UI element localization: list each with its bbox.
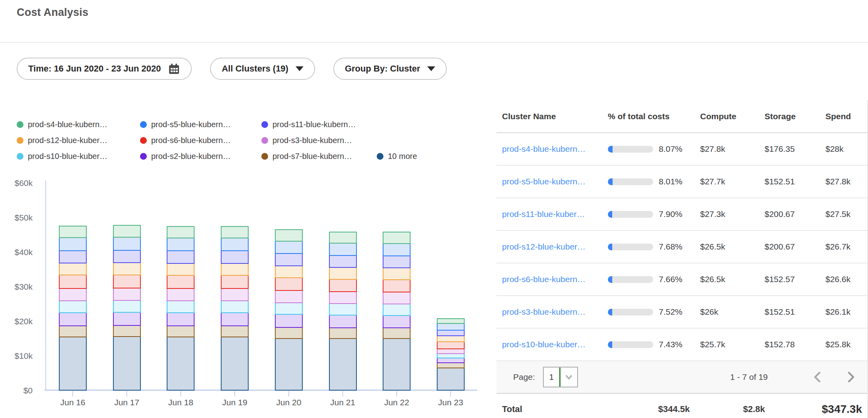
bar-segment[interactable] bbox=[275, 339, 302, 391]
cluster-link[interactable]: prod-s12-blue-kuber… bbox=[502, 242, 586, 251]
bar-segment[interactable] bbox=[329, 232, 356, 244]
bar-segment[interactable] bbox=[113, 275, 140, 288]
next-page-button[interactable] bbox=[845, 371, 857, 383]
bar-segment[interactable] bbox=[221, 275, 248, 288]
bar-segment[interactable] bbox=[275, 290, 302, 302]
bar-segment[interactable] bbox=[221, 288, 248, 300]
bar-segment[interactable] bbox=[59, 326, 86, 337]
bar-segment[interactable] bbox=[275, 303, 302, 315]
bar-segment[interactable] bbox=[383, 292, 410, 304]
bar-segment[interactable] bbox=[383, 256, 410, 268]
legend-item[interactable]: prod-s2-blue-kubern… bbox=[140, 152, 261, 161]
bar-segment[interactable] bbox=[437, 330, 464, 335]
bar-segment[interactable] bbox=[275, 278, 302, 290]
bar-segment[interactable] bbox=[167, 238, 194, 251]
bar-segment[interactable] bbox=[383, 328, 410, 339]
bar-segment[interactable] bbox=[167, 275, 194, 288]
cluster-link[interactable]: prod-s4-blue-kubern… bbox=[502, 144, 586, 153]
bar-segment[interactable] bbox=[167, 288, 194, 300]
bar-segment[interactable] bbox=[329, 339, 356, 391]
bar-segment[interactable] bbox=[113, 312, 140, 325]
cluster-link[interactable]: prod-s6-blue-kubern… bbox=[502, 275, 586, 284]
bar-segment[interactable] bbox=[437, 358, 464, 363]
bar-segment[interactable] bbox=[329, 315, 356, 327]
bar-segment[interactable] bbox=[113, 325, 140, 337]
bar-segment[interactable] bbox=[221, 301, 248, 313]
bar-segment[interactable] bbox=[275, 314, 302, 327]
legend-item[interactable]: prod-s10-blue-kuber… bbox=[17, 152, 140, 161]
bar-segment[interactable] bbox=[275, 327, 302, 339]
bar-segment[interactable] bbox=[167, 326, 194, 337]
bar-segment[interactable] bbox=[329, 243, 356, 255]
bar-segment[interactable] bbox=[437, 323, 464, 330]
bar-segment[interactable] bbox=[221, 226, 248, 238]
legend-item[interactable]: prod-s7-blue-kubern… bbox=[261, 152, 377, 161]
group-by-filter[interactable]: Group By: Cluster bbox=[333, 58, 447, 80]
bar-segment[interactable] bbox=[383, 304, 410, 316]
bar-segment[interactable] bbox=[275, 241, 302, 254]
bar-segment[interactable] bbox=[113, 237, 140, 250]
bar-segment[interactable] bbox=[167, 301, 194, 313]
legend-item[interactable]: prod-s6-blue-kubern… bbox=[140, 136, 261, 145]
bar-segment[interactable] bbox=[221, 263, 248, 275]
cluster-link[interactable]: prod-s3-blue-kubern… bbox=[502, 307, 586, 316]
legend-item[interactable]: prod-s5-blue-kubern… bbox=[140, 120, 261, 129]
bar-segment[interactable] bbox=[437, 363, 464, 368]
legend-item[interactable]: prod-s3-blue-kubern… bbox=[261, 136, 377, 145]
legend-item[interactable]: prod-s4-blue-kubern… bbox=[17, 120, 140, 129]
bar-segment[interactable] bbox=[383, 315, 410, 328]
bar-segment[interactable] bbox=[167, 226, 194, 238]
bar-segment[interactable] bbox=[221, 238, 248, 251]
bar-segment[interactable] bbox=[113, 300, 140, 312]
bar-segment[interactable] bbox=[113, 225, 140, 237]
legend-item[interactable]: prod-s12-blue-kuber… bbox=[17, 136, 140, 145]
bar-segment[interactable] bbox=[113, 263, 140, 275]
bar-segment[interactable] bbox=[59, 313, 86, 326]
bar-segment[interactable] bbox=[437, 349, 464, 354]
bar-segment[interactable] bbox=[167, 251, 194, 263]
bar-segment[interactable] bbox=[59, 238, 86, 250]
bar-segment[interactable] bbox=[167, 337, 194, 390]
bar-segment[interactable] bbox=[59, 251, 86, 263]
legend-item[interactable]: prod-s11-blue-kubern… bbox=[261, 120, 377, 129]
bar-segment[interactable] bbox=[59, 288, 86, 300]
bar-segment[interactable] bbox=[113, 337, 140, 390]
bar-segment[interactable] bbox=[221, 326, 248, 337]
bar-segment[interactable] bbox=[221, 251, 248, 263]
bar-segment[interactable] bbox=[275, 230, 302, 241]
bar-segment[interactable] bbox=[329, 267, 356, 279]
bar-segment[interactable] bbox=[167, 313, 194, 326]
bar-segment[interactable] bbox=[59, 275, 86, 288]
bar-segment[interactable] bbox=[437, 319, 464, 323]
bar-segment[interactable] bbox=[275, 266, 302, 278]
bar-segment[interactable] bbox=[221, 337, 248, 390]
bar-segment[interactable] bbox=[437, 336, 464, 342]
bar-segment[interactable] bbox=[167, 263, 194, 275]
bar-segment[interactable] bbox=[383, 232, 410, 244]
bar-segment[interactable] bbox=[383, 244, 410, 255]
bar-segment[interactable] bbox=[383, 268, 410, 280]
bar-segment[interactable] bbox=[437, 342, 464, 348]
prev-page-button[interactable] bbox=[812, 371, 823, 383]
bar-segment[interactable] bbox=[113, 250, 140, 263]
cluster-link[interactable]: prod-s11-blue-kuber… bbox=[502, 209, 585, 219]
cluster-link[interactable]: prod-s5-blue-kubern… bbox=[502, 177, 586, 186]
bar-segment[interactable] bbox=[59, 301, 86, 313]
bar-segment[interactable] bbox=[383, 339, 410, 390]
bar-segment[interactable] bbox=[329, 328, 356, 339]
bar-segment[interactable] bbox=[59, 263, 86, 275]
bar-segment[interactable] bbox=[59, 226, 86, 238]
bar-segment[interactable] bbox=[437, 354, 464, 358]
time-range-filter[interactable]: Time: 16 Jun 2020 - 23 Jun 2020 bbox=[17, 58, 192, 80]
bar-segment[interactable] bbox=[59, 337, 86, 390]
page-select[interactable]: 1 bbox=[543, 367, 578, 387]
bar-segment[interactable] bbox=[437, 368, 464, 390]
legend-item[interactable]: 10 more bbox=[377, 152, 417, 161]
cluster-link[interactable]: prod-s10-blue-kuber… bbox=[502, 340, 586, 349]
bar-segment[interactable] bbox=[329, 304, 356, 315]
bar-segment[interactable] bbox=[275, 254, 302, 265]
cluster-filter[interactable]: All Clusters (19) bbox=[210, 58, 315, 80]
bar-segment[interactable] bbox=[221, 313, 248, 326]
bar-segment[interactable] bbox=[329, 279, 356, 292]
bar-segment[interactable] bbox=[329, 292, 356, 304]
